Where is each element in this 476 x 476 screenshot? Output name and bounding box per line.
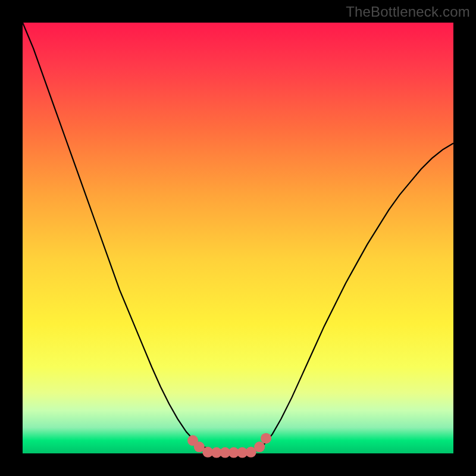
watermark-text: TheBottleneck.com: [346, 4, 470, 20]
chart-frame: TheBottleneck.com: [0, 0, 476, 476]
plot-area: [23, 23, 453, 453]
marker-group: [187, 433, 271, 458]
curve-marker: [254, 441, 265, 452]
curve-path: [23, 23, 453, 452]
curve-marker: [261, 433, 271, 444]
bottleneck-curve: [23, 23, 453, 453]
